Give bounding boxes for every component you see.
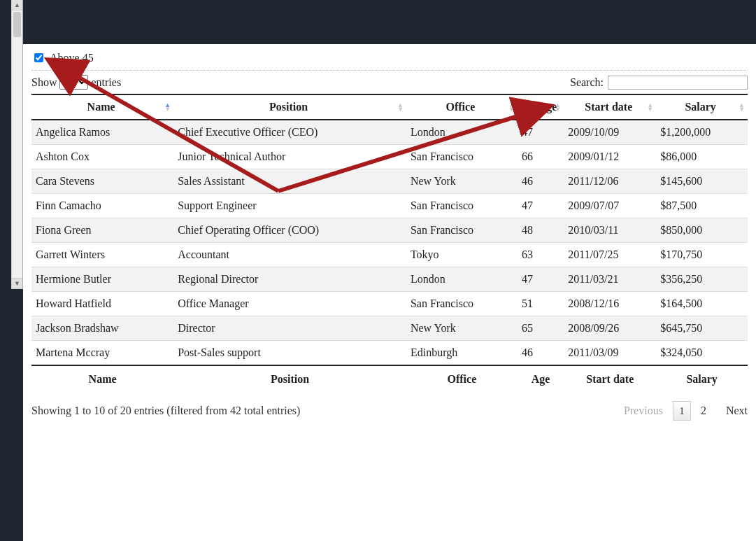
- cell-position: Office Manager: [173, 292, 406, 316]
- cell-name: Hermione Butler: [31, 267, 173, 292]
- cell-age: 66: [518, 145, 564, 169]
- cell-salary: $324,050: [656, 341, 748, 366]
- cell-office: London: [406, 120, 518, 145]
- cell-position: Support Engineer: [173, 194, 406, 218]
- cell-start: 2008/12/16: [564, 292, 656, 316]
- page-1[interactable]: 1: [673, 401, 691, 421]
- cell-age: 47: [518, 267, 564, 292]
- cell-age: 48: [518, 218, 564, 243]
- sort-icon: ▲▼: [164, 103, 171, 111]
- table-row[interactable]: Angelica RamosChief Executive Officer (C…: [31, 120, 748, 145]
- cell-position: Accountant: [173, 243, 406, 267]
- cell-age: 63: [518, 243, 564, 267]
- cell-office: San Francisco: [406, 292, 518, 316]
- cell-start: 2009/07/07: [564, 194, 656, 218]
- scroll-down-icon[interactable]: ▼: [12, 278, 22, 288]
- cell-name: Martena Mccray: [31, 341, 173, 366]
- cell-office: New York: [406, 169, 518, 194]
- scroll-thumb[interactable]: [13, 12, 21, 37]
- cell-position: Junior Technical Author: [173, 145, 406, 169]
- table-row[interactable]: Martena MccrayPost-Sales supportEdinburg…: [31, 341, 748, 366]
- cell-position: Sales Assistant: [173, 169, 406, 194]
- sort-icon: ▲▼: [555, 103, 561, 111]
- length-select[interactable]: 10: [59, 75, 88, 90]
- cell-name: Cara Stevens: [31, 169, 173, 194]
- cell-salary: $145,600: [656, 169, 748, 194]
- table-row[interactable]: Howard HatfieldOffice ManagerSan Francis…: [31, 292, 748, 316]
- cell-name: Angelica Ramos: [31, 120, 173, 145]
- table-info: Showing 1 to 10 of 20 entries (filtered …: [31, 405, 300, 417]
- column-header-position[interactable]: Position▲▼: [173, 94, 406, 120]
- main-panel: Above 45 Show 10 entries Search: Name▲▼P…: [23, 44, 756, 541]
- table-row[interactable]: Ashton CoxJunior Technical AuthorSan Fra…: [31, 145, 748, 169]
- cell-office: New York: [406, 316, 518, 341]
- cell-start: 2011/03/09: [564, 341, 656, 366]
- cell-salary: $170,750: [656, 243, 748, 267]
- footer-name: Name: [31, 365, 173, 394]
- length-control: Show 10 entries: [31, 75, 121, 90]
- cell-position: Regional Director: [173, 267, 406, 292]
- cell-name: Ashton Cox: [31, 145, 173, 169]
- length-suffix: entries: [91, 76, 121, 89]
- footer-salary: Salary: [656, 365, 748, 394]
- footer-position: Position: [173, 365, 406, 394]
- table-row[interactable]: Jackson BradshawDirectorNew York652008/0…: [31, 316, 748, 341]
- cell-salary: $850,000: [656, 218, 748, 243]
- sort-icon: ▲▼: [508, 103, 515, 111]
- data-table: Name▲▼Position▲▼Office▲▼Age▲▼Start date▲…: [31, 94, 748, 394]
- cell-position: Director: [173, 316, 406, 341]
- search-input[interactable]: [608, 76, 748, 90]
- cell-position: Chief Operating Officer (COO): [173, 218, 406, 243]
- footer-office: Office: [406, 365, 518, 394]
- footer-start-date: Start date: [564, 365, 656, 394]
- table-row[interactable]: Hermione ButlerRegional DirectorLondon47…: [31, 267, 748, 292]
- table-row[interactable]: Cara StevensSales AssistantNew York46201…: [31, 169, 748, 194]
- cell-name: Howard Hatfield: [31, 292, 173, 316]
- cell-age: 47: [518, 194, 564, 218]
- cell-salary: $645,750: [656, 316, 748, 341]
- column-header-name[interactable]: Name▲▼: [31, 94, 173, 120]
- table-row[interactable]: Finn CamachoSupport EngineerSan Francisc…: [31, 194, 748, 218]
- cell-age: 46: [518, 341, 564, 366]
- pagination: Previous 12 Next: [624, 401, 748, 421]
- outer-scrollbar[interactable]: ▲ ▼: [11, 0, 23, 289]
- cell-start: 2008/09/26: [564, 316, 656, 341]
- footer-age: Age: [518, 365, 564, 394]
- next-button[interactable]: Next: [726, 405, 748, 417]
- cell-salary: $86,000: [656, 145, 748, 169]
- cell-start: 2010/03/11: [564, 218, 656, 243]
- table-row[interactable]: Garrett WintersAccountantTokyo632011/07/…: [31, 243, 748, 267]
- search-label: Search:: [570, 76, 604, 89]
- cell-office: Edinburgh: [406, 341, 518, 366]
- divider: [31, 70, 748, 71]
- above-45-label[interactable]: Above 45: [50, 52, 94, 64]
- cell-start: 2011/03/21: [564, 267, 656, 292]
- cell-office: San Francisco: [406, 218, 518, 243]
- cell-age: 65: [518, 316, 564, 341]
- column-header-salary[interactable]: Salary▲▼: [656, 94, 748, 120]
- cell-name: Finn Camacho: [31, 194, 173, 218]
- cell-office: San Francisco: [406, 194, 518, 218]
- cell-salary: $1,200,000: [656, 120, 748, 145]
- cell-office: London: [406, 267, 518, 292]
- cell-start: 2011/07/25: [564, 243, 656, 267]
- cell-name: Fiona Green: [31, 218, 173, 243]
- page-2[interactable]: 2: [701, 405, 706, 416]
- cell-salary: $87,500: [656, 194, 748, 218]
- column-header-office[interactable]: Office▲▼: [406, 94, 518, 120]
- cell-name: Garrett Winters: [31, 243, 173, 267]
- previous-button[interactable]: Previous: [624, 405, 663, 417]
- cell-position: Chief Executive Officer (CEO): [173, 120, 406, 145]
- above-45-checkbox[interactable]: [34, 53, 43, 62]
- cell-age: 47: [518, 120, 564, 145]
- length-prefix: Show: [31, 76, 57, 89]
- column-header-age[interactable]: Age▲▼: [518, 94, 564, 120]
- cell-age: 51: [518, 292, 564, 316]
- column-header-start-date[interactable]: Start date▲▼: [564, 94, 656, 120]
- cell-office: Tokyo: [406, 243, 518, 267]
- cell-start: 2009/01/12: [564, 145, 656, 169]
- table-row[interactable]: Fiona GreenChief Operating Officer (COO)…: [31, 218, 748, 243]
- sort-icon: ▲▼: [739, 103, 745, 111]
- scroll-up-icon[interactable]: ▲: [12, 0, 22, 10]
- sort-icon: ▲▼: [397, 103, 404, 111]
